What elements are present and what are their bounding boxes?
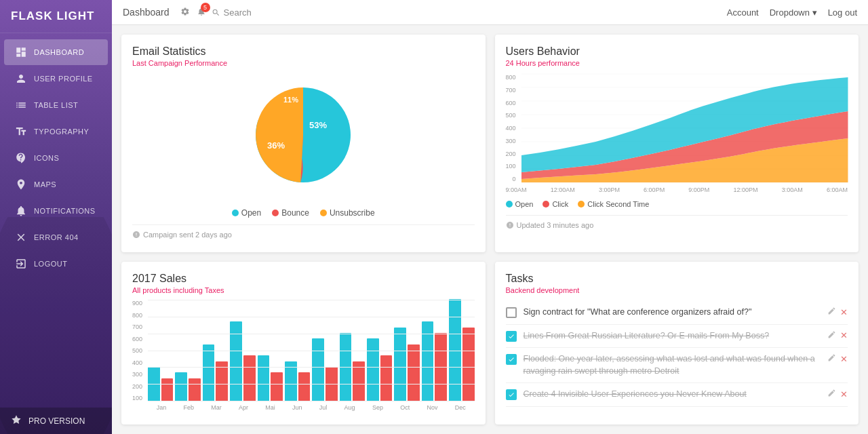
legend-bounce: Bounce: [272, 208, 309, 218]
bar-group: [394, 328, 419, 401]
task-delete-button[interactable]: ✕: [840, 354, 848, 364]
task-edit-button[interactable]: [827, 307, 836, 317]
sidebar-item-user-profile[interactable]: USER PROFILE: [4, 66, 108, 92]
pro-version-button[interactable]: PRO VERSION: [0, 408, 112, 434]
sidebar-item-table-list[interactable]: TABLE LIST: [4, 92, 108, 118]
email-stats-title: Email Statistics: [132, 45, 475, 58]
sales-title: 2017 Sales: [132, 273, 475, 285]
task-delete-button[interactable]: ✕: [840, 389, 848, 399]
sidebar-item-typography[interactable]: TYPOGRAPHY: [4, 119, 108, 144]
sidebar-item-maps[interactable]: MAPS: [4, 172, 108, 197]
table-list-icon: [15, 99, 27, 111]
bar: [189, 378, 201, 401]
task-edit-button[interactable]: [827, 330, 836, 341]
logout-icon: [15, 258, 27, 270]
bar-chart: JanFebMarAprMaiJunJulAugSepOctNovDec: [148, 300, 474, 411]
users-footer-text: Updated 3 minutes ago: [517, 221, 594, 229]
task-text: Lines From Great Russian Literature? Or …: [524, 330, 821, 342]
bar-group: [258, 355, 283, 401]
notification-icon[interactable]: 5: [197, 7, 206, 18]
email-statistics-card: Email Statistics Last Campaign Performan…: [121, 35, 486, 252]
task-actions: ✕: [827, 307, 848, 317]
task-text: Flooded: One year later, assessing what …: [524, 353, 821, 377]
bar-group: [367, 338, 392, 401]
logout-link[interactable]: Log out: [828, 7, 857, 18]
bar: [298, 372, 311, 401]
task-delete-button[interactable]: ✕: [840, 330, 848, 340]
maps-icon: [15, 178, 27, 191]
search-button[interactable]: Search: [212, 7, 252, 18]
sidebar-label-logout: LOGOUT: [34, 260, 67, 268]
user-profile-icon: [15, 73, 27, 85]
bar: [175, 372, 187, 401]
sidebar-label-maps: MAPS: [34, 180, 56, 189]
tasks-subtitle: Backend development: [506, 286, 848, 294]
notification-badge: 5: [201, 3, 210, 12]
sidebar-label-user-profile: USER PROFILE: [34, 75, 93, 83]
bounce-dot: [272, 210, 279, 216]
task-checkbox[interactable]: [506, 354, 517, 365]
task-text: Sign contract for "What are conference o…: [524, 307, 821, 319]
task-actions: ✕: [827, 330, 848, 341]
bar: [203, 344, 215, 401]
task-actions: ✕: [827, 353, 848, 364]
pie-chart: 53% 36% 11%: [132, 67, 475, 203]
error404-icon: [15, 231, 27, 243]
sales-subtitle: All products including Taxes: [132, 286, 475, 294]
sidebar-label-notifications: NOTIFICATIONS: [34, 207, 96, 215]
users-behavior-title: Users Behavior: [506, 45, 848, 58]
unsubscribe-dot: [320, 210, 327, 216]
email-footer: Campaign sent 2 days ago: [132, 224, 475, 239]
settings-icon[interactable]: [180, 7, 190, 18]
email-legend: Open Bounce Unsubscribe: [132, 208, 475, 218]
bar-group: [312, 338, 337, 401]
main-area: Dashboard 5 Search Account Dropdown ▾ Lo…: [112, 0, 868, 434]
bar: [312, 338, 324, 401]
bar: [380, 355, 393, 401]
dropdown-button[interactable]: Dropdown ▾: [770, 7, 817, 18]
task-edit-button[interactable]: [827, 353, 836, 364]
svg-text:11%: 11%: [283, 96, 298, 104]
bar: [161, 378, 174, 401]
sidebar-item-notifications[interactable]: NOTIFICATIONS: [4, 198, 108, 224]
sidebar-label-typography: TYPOGRAPHY: [34, 127, 89, 136]
x-axis-labels: 9:00AM12:00AM3:00PM6:00PM9:00PM12:00PM3:…: [506, 186, 848, 193]
task-delete-button[interactable]: ✕: [840, 307, 848, 317]
bar: [408, 344, 420, 401]
sidebar-label-icons: ICONS: [34, 154, 59, 162]
task-edit-button[interactable]: [827, 389, 836, 399]
legend-unsubscribe: Unsubscribe: [320, 208, 375, 218]
sidebar-label-table-list: TABLE LIST: [34, 101, 78, 109]
sidebar: FLASK LIGHT DASHBOARD USER PROFILE TABLE…: [0, 0, 112, 434]
search-label: Search: [224, 7, 252, 18]
sidebar-label-dashboard: DASHBOARD: [34, 48, 84, 56]
app-logo: FLASK LIGHT: [0, 0, 112, 33]
sidebar-nav: DASHBOARD USER PROFILE TABLE LIST TYPOGR…: [0, 33, 112, 408]
tasks-list: Sign contract for "What are conference o…: [506, 301, 848, 407]
pro-version-label: PRO VERSION: [28, 416, 85, 426]
topbar-icons: 5: [180, 7, 206, 18]
email-stats-subtitle: Last Campaign Performance: [132, 59, 475, 67]
bar: [367, 338, 379, 401]
bar-group: [175, 372, 200, 401]
topbar-right: Account Dropdown ▾ Log out: [727, 7, 857, 18]
sidebar-item-dashboard[interactable]: DASHBOARD: [4, 39, 108, 65]
star-icon: [11, 414, 22, 427]
bar: [462, 328, 475, 401]
tasks-title: Tasks: [506, 273, 848, 285]
sidebar-item-error404[interactable]: ERROR 404: [4, 224, 108, 250]
sidebar-item-logout[interactable]: LOGOUT: [4, 251, 108, 277]
account-link[interactable]: Account: [727, 7, 759, 18]
sales-card: 2017 Sales All products including Taxes …: [121, 262, 486, 425]
typography-icon: [15, 125, 27, 138]
bar: [394, 328, 406, 401]
task-checkbox[interactable]: [506, 331, 517, 342]
dashboard-icon: [15, 46, 27, 58]
chevron-down-icon: ▾: [812, 7, 817, 18]
sidebar-item-icons[interactable]: ICONS: [4, 145, 108, 171]
task-checkbox[interactable]: [506, 307, 517, 318]
bar: [271, 372, 283, 401]
area-chart: [521, 74, 848, 185]
task-checkbox[interactable]: [506, 389, 517, 400]
task-actions: ✕: [827, 389, 848, 399]
